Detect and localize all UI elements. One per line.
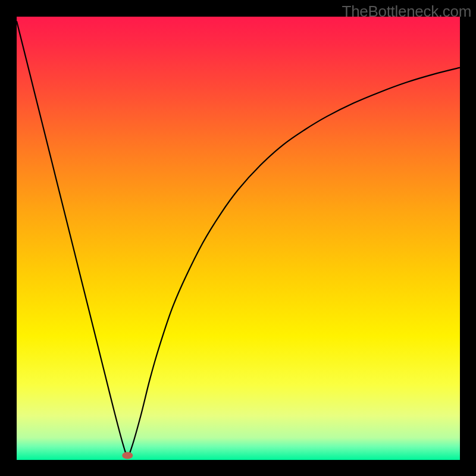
gradient-background (17, 17, 460, 460)
chart-container: TheBottleneck.com (0, 0, 476, 476)
chart-plot (17, 17, 460, 460)
minimum-marker (122, 452, 133, 459)
watermark-text: TheBottleneck.com (342, 2, 471, 21)
